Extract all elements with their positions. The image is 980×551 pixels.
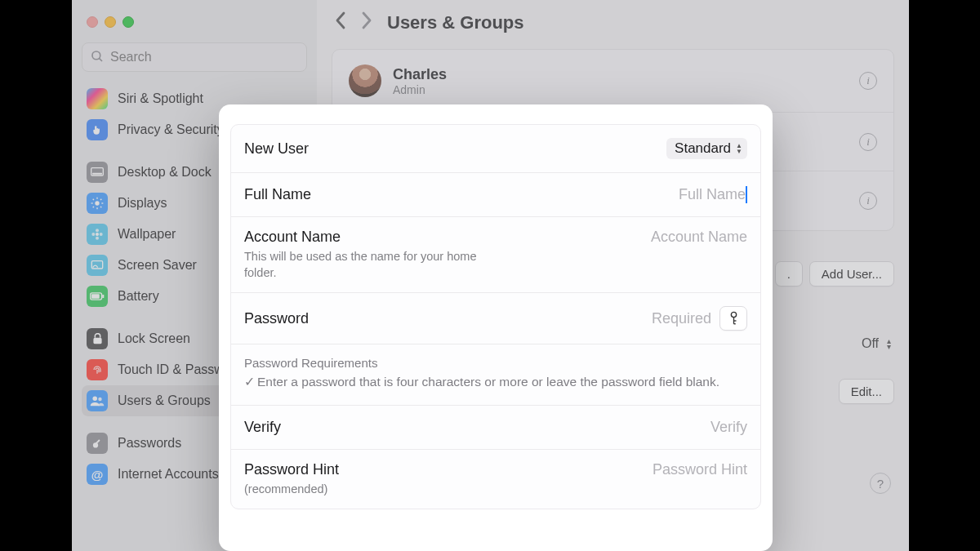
- new-user-label: New User: [244, 140, 309, 158]
- new-user-dialog: New User Standard ▲▼ Full Name Account N…: [219, 104, 773, 551]
- requirements-title: Password Requirements: [244, 356, 747, 370]
- hint-label: Password Hint: [244, 461, 339, 478]
- verify-label: Verify: [244, 419, 281, 436]
- full-name-input[interactable]: [556, 186, 747, 203]
- account-name-label: Account Name: [244, 229, 497, 246]
- full-name-label: Full Name: [244, 186, 311, 203]
- password-requirements: Password Requirements ✓Enter a password …: [231, 344, 760, 405]
- hint-input[interactable]: [558, 461, 747, 478]
- account-name-row: Account Name This will be used as the na…: [231, 217, 760, 293]
- user-type-value: Standard: [675, 140, 731, 157]
- account-name-input[interactable]: [558, 229, 747, 246]
- hint-row: Password Hint (recommended): [231, 450, 760, 509]
- account-name-hint: This will be used as the name for your h…: [244, 249, 497, 281]
- hint-sub: (recommended): [244, 482, 339, 498]
- key-icon: [728, 311, 740, 326]
- verify-row: Verify: [231, 406, 760, 450]
- password-row: Password: [231, 293, 760, 344]
- checkmark-icon: ✓: [244, 373, 257, 391]
- new-user-form: New User Standard ▲▼ Full Name Account N…: [230, 124, 761, 509]
- password-input[interactable]: [522, 310, 711, 327]
- password-assistant-button[interactable]: [719, 306, 747, 331]
- full-name-row: Full Name: [231, 173, 760, 217]
- requirements-text: ✓Enter a password that is four character…: [244, 373, 747, 391]
- password-label: Password: [244, 310, 309, 327]
- verify-input[interactable]: [558, 419, 747, 436]
- user-type-select[interactable]: Standard ▲▼: [666, 138, 747, 159]
- svg-point-27: [731, 312, 736, 317]
- chevron-updown-icon: ▲▼: [736, 143, 742, 154]
- new-user-type-row: New User Standard ▲▼: [231, 125, 760, 173]
